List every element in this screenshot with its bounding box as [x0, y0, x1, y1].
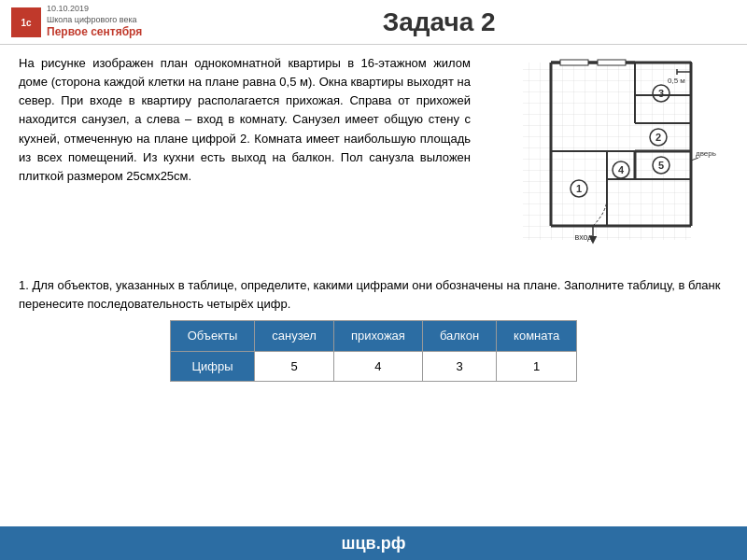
main-content: На рисунке изображен план однокомнатной …: [0, 45, 747, 526]
svg-rect-35: [560, 60, 588, 65]
value-prikhojaya: 4: [333, 351, 422, 382]
header: 1с 10.10.2019 Школа цифрового века Перво…: [0, 0, 747, 45]
logo-area: 1с 10.10.2019 Школа цифрового века Перво…: [11, 4, 142, 40]
svg-rect-36: [598, 60, 626, 65]
svg-text:3: 3: [658, 88, 664, 99]
logo-icon: 1с: [11, 7, 41, 37]
table-header-row: Объекты санузел прихожая балкон комната: [170, 321, 577, 352]
page-title: Задача 2: [142, 7, 736, 37]
svg-text:вход: вход: [574, 232, 593, 242]
logo-line1: 10.10.2019: [47, 4, 142, 15]
answer-table: Объекты санузел прихожая балкон комната …: [170, 320, 578, 382]
footer: шцв.рф: [0, 526, 747, 560]
svg-text:дверь: дверь: [696, 149, 716, 158]
table-data-row: Цифры 5 4 3 1: [170, 351, 577, 382]
table-wrapper: Объекты санузел прихожая балкон комната …: [19, 320, 728, 382]
floor-plan-diagram: 1 2 3 4 5 0,5 м вход: [486, 54, 728, 263]
question-section: 1. Для объектов, указанных в таблице, оп…: [19, 276, 728, 382]
content-area: На рисунке изображен план однокомнатной …: [19, 54, 728, 263]
footer-label: шцв.рф: [342, 534, 406, 553]
value-balkon: 3: [422, 351, 496, 382]
svg-text:1: 1: [576, 183, 582, 194]
svg-text:0,5 м: 0,5 м: [668, 77, 685, 85]
logo-line1-text: Школа цифрового века: [47, 15, 142, 26]
col-header-objects: Объекты: [170, 321, 255, 352]
svg-text:2: 2: [655, 132, 661, 143]
question-text: 1. Для объектов, указанных в таблице, оп…: [19, 276, 728, 313]
col-header-prikhojaya: прихожая: [333, 321, 422, 352]
svg-text:4: 4: [618, 164, 625, 175]
col-header-komnata: комната: [497, 321, 577, 352]
logo-text: 10.10.2019 Школа цифрового века Первое с…: [47, 4, 142, 40]
logo-line2: Первое сентября: [47, 25, 142, 40]
floor-plan-svg: 1 2 3 4 5 0,5 м вход: [495, 58, 719, 263]
value-sanuzel: 5: [255, 351, 334, 382]
value-komnata: 1: [497, 351, 577, 382]
col-header-sanuzel: санузел: [255, 321, 334, 352]
svg-text:1с: 1с: [21, 18, 32, 28]
svg-text:5: 5: [658, 160, 664, 171]
col-header-balkon: балкон: [422, 321, 496, 352]
row-label: Цифры: [170, 351, 255, 382]
description-text: На рисунке изображен план однокомнатной …: [19, 54, 471, 263]
